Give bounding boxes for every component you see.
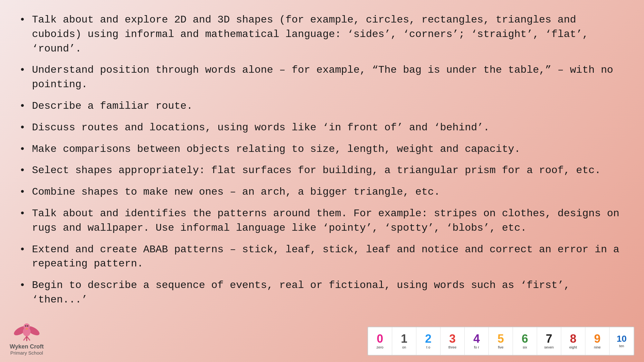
number-word: fo r bbox=[474, 345, 479, 349]
number-card: 0zero bbox=[368, 327, 392, 355]
number-symbol: 5 bbox=[497, 333, 504, 345]
number-word: eight bbox=[569, 345, 577, 349]
svg-point-6 bbox=[27, 325, 28, 327]
bullet-text: Begin to describe a sequence of events, … bbox=[32, 278, 625, 307]
list-item: •Combine shapes to make new ones – an ar… bbox=[19, 185, 625, 200]
number-symbol: 3 bbox=[449, 333, 456, 345]
number-symbol: 2 bbox=[425, 333, 431, 345]
list-item: •Talk about and explore 2D and 3D shapes… bbox=[19, 13, 625, 56]
number-card: 7seven bbox=[537, 327, 561, 355]
number-word: five bbox=[498, 345, 503, 349]
number-symbol: 8 bbox=[570, 333, 576, 345]
number-card: 3three bbox=[440, 327, 465, 355]
school-logo-icon bbox=[14, 320, 40, 342]
number-card: 1on bbox=[392, 327, 416, 355]
svg-point-5 bbox=[25, 325, 26, 327]
list-item: •Make comparisons between objects relati… bbox=[19, 142, 625, 157]
number-symbol: 1 bbox=[401, 333, 407, 345]
bullet-text: Understand position through words alone … bbox=[32, 63, 625, 92]
bullet-point: • bbox=[19, 163, 25, 178]
bullet-text: Make comparisons between objects relatin… bbox=[32, 142, 625, 157]
bullet-text: Select shapes appropriately: flat surfac… bbox=[32, 163, 625, 178]
school-name: Wyken Croft bbox=[10, 343, 44, 350]
bullet-text: Talk about and explore 2D and 3D shapes … bbox=[32, 13, 625, 56]
bullet-point: • bbox=[19, 63, 25, 78]
number-card: 5five bbox=[489, 327, 513, 355]
list-item: •Understand position through words alone… bbox=[19, 63, 625, 92]
bullet-text: Describe a familiar route. bbox=[32, 99, 625, 114]
bullet-point: • bbox=[19, 121, 25, 135]
number-word: seven bbox=[544, 345, 554, 349]
bullet-point: • bbox=[19, 99, 25, 114]
bullet-text: Discuss routes and locations, using word… bbox=[32, 121, 625, 135]
number-symbol: 10 bbox=[617, 334, 627, 343]
bullet-list: •Talk about and explore 2D and 3D shapes… bbox=[19, 13, 625, 314]
school-type: Primary School bbox=[10, 350, 43, 356]
list-item: •Begin to describe a sequence of events,… bbox=[19, 278, 625, 307]
main-content: •Talk about and explore 2D and 3D shapes… bbox=[0, 0, 644, 362]
number-card: 10ten bbox=[610, 327, 634, 355]
number-word: ten bbox=[619, 344, 624, 348]
list-item: •Select shapes appropriately: flat surfa… bbox=[19, 163, 625, 178]
number-word: t o bbox=[426, 345, 430, 349]
number-word: six bbox=[523, 345, 527, 349]
number-symbol: 7 bbox=[546, 333, 552, 345]
bullet-text: Combine shapes to make new ones – an arc… bbox=[32, 185, 625, 200]
bullet-point: • bbox=[19, 243, 25, 257]
bullet-point: • bbox=[19, 207, 25, 221]
list-item: •Extend and create ABAB patterns – stick… bbox=[19, 243, 625, 272]
number-strip: 0zero1on2t o3three4fo r5five6six7seven8e… bbox=[367, 327, 634, 356]
number-symbol: 0 bbox=[377, 333, 383, 345]
bullet-point: • bbox=[19, 185, 25, 200]
bullet-point: • bbox=[19, 278, 25, 293]
number-word: zero bbox=[376, 345, 383, 349]
number-card: 9nine bbox=[585, 327, 610, 355]
bottom-area: Wyken Croft Primary School 0zero1on2t o3… bbox=[0, 320, 644, 362]
number-word: nine bbox=[594, 345, 601, 349]
logo-area: Wyken Croft Primary School bbox=[10, 320, 44, 356]
bullet-text: Extend and create ABAB patterns – stick,… bbox=[32, 243, 625, 272]
bullet-point: • bbox=[19, 142, 25, 157]
bullet-point: • bbox=[19, 13, 25, 27]
number-card: 6six bbox=[513, 327, 537, 355]
number-card: 2t o bbox=[416, 327, 440, 355]
list-item: •Talk about and identifies the patterns … bbox=[19, 207, 625, 236]
number-symbol: 6 bbox=[522, 333, 528, 345]
number-word: on bbox=[402, 345, 406, 349]
number-word: three bbox=[448, 345, 456, 349]
number-symbol: 4 bbox=[473, 333, 480, 345]
number-card: 8eight bbox=[561, 327, 585, 355]
bullet-text: Talk about and identifies the patterns a… bbox=[32, 207, 625, 236]
number-card: 4fo r bbox=[465, 327, 489, 355]
number-symbol: 9 bbox=[594, 333, 601, 345]
list-item: •Discuss routes and locations, using wor… bbox=[19, 121, 625, 135]
list-item: •Describe a familiar route. bbox=[19, 99, 625, 114]
